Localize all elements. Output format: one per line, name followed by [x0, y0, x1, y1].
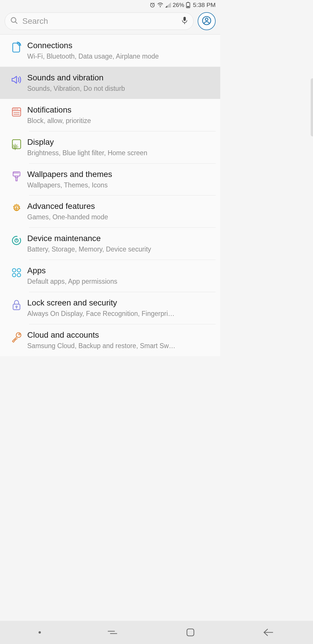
battery-percent: 26% [173, 2, 184, 8]
svg-point-8 [205, 18, 208, 21]
settings-item-title: Cloud and accounts [27, 330, 212, 340]
settings-item-subtitle: Always On Display, Face Recognition, Fin… [27, 310, 212, 318]
settings-item-title: Connections [27, 40, 212, 50]
svg-point-5 [11, 18, 16, 22]
search-input[interactable] [22, 17, 177, 26]
display-sun-icon [6, 137, 27, 150]
clock-time: 5:38 PM [193, 1, 216, 8]
settings-item-connections[interactable]: ConnectionsWi-Fi, Bluetooth, Data usage,… [0, 35, 220, 67]
battery-icon [186, 2, 190, 8]
sim-icon [6, 40, 27, 53]
mic-icon[interactable] [181, 16, 188, 26]
cycle-icon [6, 233, 27, 246]
settings-item-subtitle: Games, One-handed mode [27, 213, 212, 222]
settings-item-cloud[interactable]: Cloud and accountsSamsung Cloud, Backup … [0, 324, 220, 356]
svg-point-1 [160, 7, 161, 7]
svg-rect-3 [188, 2, 189, 3]
signal-icon [165, 2, 171, 8]
settings-item-device_maintenance[interactable]: Device maintenanceBattery, Storage, Memo… [0, 227, 220, 260]
status-bar: 26% 5:38 PM [0, 0, 220, 10]
settings-item-display[interactable]: DisplayBrightness, Blue light filter, Ho… [0, 131, 220, 163]
notification-panel-icon [6, 105, 27, 117]
settings-item-subtitle: Samsung Cloud, Backup and restore, Smart… [27, 342, 212, 350]
apps-grid-icon [6, 265, 27, 278]
settings-item-apps[interactable]: AppsDefault apps, App permissions [0, 260, 220, 292]
settings-header [0, 10, 220, 35]
settings-list: ConnectionsWi-Fi, Bluetooth, Data usage,… [0, 35, 220, 356]
speaker-icon [6, 73, 27, 85]
settings-item-notifications[interactable]: NotificationsBlock, allow, prioritize [0, 99, 220, 131]
settings-item-title: Advanced features [27, 201, 212, 211]
settings-item-title: Display [27, 137, 212, 147]
settings-item-sounds[interactable]: Sounds and vibrationSounds, Vibration, D… [0, 67, 220, 99]
settings-item-subtitle: Brightness, Blue light filter, Home scre… [27, 149, 212, 158]
settings-item-subtitle: Default apps, App permissions [27, 277, 212, 286]
paintbrush-icon [6, 169, 27, 182]
profile-button[interactable] [198, 12, 216, 30]
settings-item-title: Notifications [27, 105, 212, 115]
key-icon [6, 330, 27, 343]
svg-rect-6 [183, 17, 186, 21]
settings-item-subtitle: Wi-Fi, Bluetooth, Data usage, Airplane m… [27, 52, 212, 61]
settings-item-title: Lock screen and security [27, 298, 212, 308]
settings-item-subtitle: Sounds, Vibration, Do not disturb [27, 84, 212, 93]
settings-item-title: Sounds and vibration [27, 73, 212, 83]
search-field[interactable] [5, 12, 194, 30]
settings-item-wallpapers[interactable]: Wallpapers and themesWallpapers, Themes,… [0, 163, 220, 196]
settings-item-subtitle: Battery, Storage, Memory, Device securit… [27, 245, 212, 254]
settings-item-advanced[interactable]: Advanced featuresGames, One-handed mode [0, 195, 220, 227]
gear-plus-icon [6, 201, 27, 214]
settings-item-subtitle: Block, allow, prioritize [27, 117, 212, 125]
wifi-icon [157, 2, 163, 8]
settings-item-lock[interactable]: Lock screen and securityAlways On Displa… [0, 292, 220, 324]
svg-rect-4 [187, 6, 189, 7]
settings-item-title: Apps [27, 265, 212, 276]
settings-item-title: Device maintenance [27, 233, 212, 243]
search-icon [10, 17, 18, 26]
settings-item-title: Wallpapers and themes [27, 169, 212, 179]
settings-item-subtitle: Wallpapers, Themes, Icons [27, 181, 212, 190]
profile-icon [202, 16, 212, 27]
alarm-icon [150, 2, 155, 8]
lock-icon [6, 298, 27, 310]
